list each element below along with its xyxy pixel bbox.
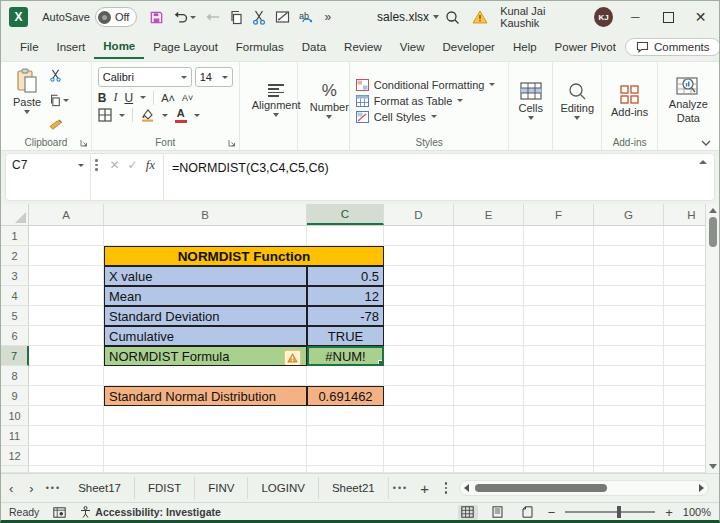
- view-normal-button[interactable]: [458, 505, 478, 520]
- cell-b12[interactable]: [104, 446, 307, 466]
- tab-formulas[interactable]: Formulas: [227, 36, 293, 58]
- cell-b4[interactable]: Mean: [104, 286, 307, 306]
- cut-icon[interactable]: [252, 10, 266, 25]
- cell-b7[interactable]: NORMDIST Formula: [104, 346, 307, 366]
- row-header-1[interactable]: 1: [1, 226, 29, 246]
- number-button[interactable]: % Number: [304, 81, 355, 120]
- cell-a4[interactable]: [29, 286, 104, 306]
- scroll-left-icon[interactable]: [464, 484, 469, 492]
- cancel-icon[interactable]: ✕: [110, 158, 120, 172]
- cell-a7[interactable]: [29, 346, 104, 366]
- cell-c10[interactable]: [307, 406, 384, 426]
- cell-a9[interactable]: [29, 386, 104, 406]
- formula-input[interactable]: =NORMDIST(C3,C4,C5,C6): [164, 154, 692, 182]
- analyze-data-button[interactable]: Analyze Data: [664, 75, 713, 125]
- cell-a1[interactable]: [29, 226, 104, 246]
- bold-button[interactable]: B: [98, 91, 107, 105]
- view-page-break-button[interactable]: [518, 505, 538, 520]
- sheet-bar-options-icon[interactable]: [437, 482, 456, 494]
- tab-file[interactable]: File: [11, 36, 48, 58]
- collapse-ribbon-icon[interactable]: [701, 140, 711, 146]
- cells-d5-h5[interactable]: [384, 306, 719, 326]
- formula-bar-drag-handle[interactable]: [91, 154, 102, 176]
- fill-color-dropdown-icon[interactable]: [162, 114, 168, 117]
- next-sheet-button[interactable]: ›: [21, 481, 41, 496]
- tab-help[interactable]: Help: [504, 36, 546, 58]
- more-commands-icon[interactable]: »: [324, 10, 331, 24]
- font-dialog-launcher-icon[interactable]: [228, 139, 236, 147]
- previous-sheet-button[interactable]: ‹: [1, 481, 21, 496]
- cells-button[interactable]: Cells: [518, 81, 542, 121]
- user-name[interactable]: Kunal Jai Kaushik: [500, 5, 582, 29]
- fill-handle[interactable]: [378, 360, 384, 366]
- cell-a6[interactable]: [29, 326, 104, 346]
- cells-d8-h8[interactable]: [384, 366, 719, 386]
- sheet-tab-loginv[interactable]: LOGINV: [248, 477, 318, 499]
- tab-insert[interactable]: Insert: [48, 36, 95, 58]
- font-name-select[interactable]: Calibri: [98, 67, 192, 87]
- undo-icon[interactable]: [173, 10, 196, 24]
- addins-button[interactable]: Add-ins: [611, 83, 648, 119]
- cell-a3[interactable]: [29, 266, 104, 286]
- tab-home[interactable]: Home: [94, 35, 144, 59]
- cell-b1[interactable]: [104, 226, 307, 246]
- cell-c13[interactable]: [307, 466, 384, 473]
- tab-review[interactable]: Review: [335, 36, 391, 58]
- horizontal-scrollbar[interactable]: [459, 480, 709, 496]
- underline-button[interactable]: U: [124, 91, 133, 105]
- row-header-3[interactable]: 3: [1, 266, 29, 286]
- cell-b13[interactable]: [104, 466, 307, 473]
- italic-button[interactable]: I: [113, 90, 117, 105]
- row-header-12[interactable]: 12: [1, 446, 29, 466]
- fill-color-button[interactable]: [140, 108, 155, 122]
- insert-function-button[interactable]: fx: [146, 157, 155, 173]
- cells-d9-h9[interactable]: [384, 386, 719, 406]
- paste-picture-icon[interactable]: [275, 10, 290, 24]
- underline-dropdown-icon[interactable]: [140, 96, 146, 99]
- format-painter-icon[interactable]: [49, 119, 69, 132]
- copy-icon[interactable]: [229, 10, 243, 25]
- tab-data[interactable]: Data: [293, 36, 335, 58]
- zoom-level[interactable]: 100%: [683, 506, 711, 518]
- sheet-tab-sheet21[interactable]: Sheet21: [319, 477, 389, 499]
- cell-b5[interactable]: Standard Deviation: [104, 306, 307, 326]
- cell-a8[interactable]: [29, 366, 104, 386]
- maximize-button[interactable]: [658, 7, 679, 27]
- macro-record-icon[interactable]: [53, 507, 66, 518]
- tab-power-pivot[interactable]: Power Pivot: [546, 36, 625, 58]
- row-header-10[interactable]: 10: [1, 406, 29, 426]
- cell-a11[interactable]: [29, 426, 104, 446]
- column-header-a[interactable]: A: [29, 204, 104, 225]
- cell-c8[interactable]: [307, 366, 384, 386]
- formula-bar-collapse-icon[interactable]: [692, 154, 714, 200]
- minimize-button[interactable]: ─: [625, 7, 646, 27]
- document-title[interactable]: sales.xlsx: [377, 10, 439, 24]
- close-button[interactable]: ✕: [690, 7, 711, 27]
- increase-font-button[interactable]: A˄: [161, 92, 175, 104]
- zoom-slider-thumb[interactable]: [617, 506, 621, 518]
- cell-c11[interactable]: [307, 426, 384, 446]
- horizontal-scroll-thumb[interactable]: [475, 484, 607, 492]
- format-as-table-button[interactable]: Format as Table: [356, 95, 496, 107]
- row-header-2[interactable]: 2: [1, 246, 29, 266]
- cell-c9[interactable]: 0.691462: [307, 386, 384, 406]
- save-icon[interactable]: [149, 10, 164, 25]
- font-color-button[interactable]: A: [175, 108, 187, 123]
- sheet-tab-finv[interactable]: FINV: [195, 477, 248, 499]
- sheet-tab-sheet17[interactable]: Sheet17: [65, 477, 135, 499]
- row-header-4[interactable]: 4: [1, 286, 29, 306]
- cell-b9[interactable]: Standard Normal Distribution: [104, 386, 307, 406]
- error-warning-badge-icon[interactable]: [284, 350, 301, 366]
- cells-d10-h10[interactable]: [384, 406, 719, 426]
- cell-a5[interactable]: [29, 306, 104, 326]
- row-header-5[interactable]: 5: [1, 306, 29, 326]
- undo-dropdown-icon[interactable]: [190, 16, 196, 19]
- cell-a10[interactable]: [29, 406, 104, 426]
- cell-styles-button[interactable]: Cell Styles: [356, 111, 496, 123]
- autosave-switch[interactable]: Off: [95, 7, 137, 27]
- accessibility-status[interactable]: Accessibility: Investigate: [80, 506, 220, 518]
- add-sheet-button[interactable]: +: [412, 480, 437, 497]
- cell-a2[interactable]: [29, 246, 104, 266]
- borders-dropdown-icon[interactable]: [119, 114, 125, 117]
- scroll-right-icon[interactable]: [699, 484, 704, 492]
